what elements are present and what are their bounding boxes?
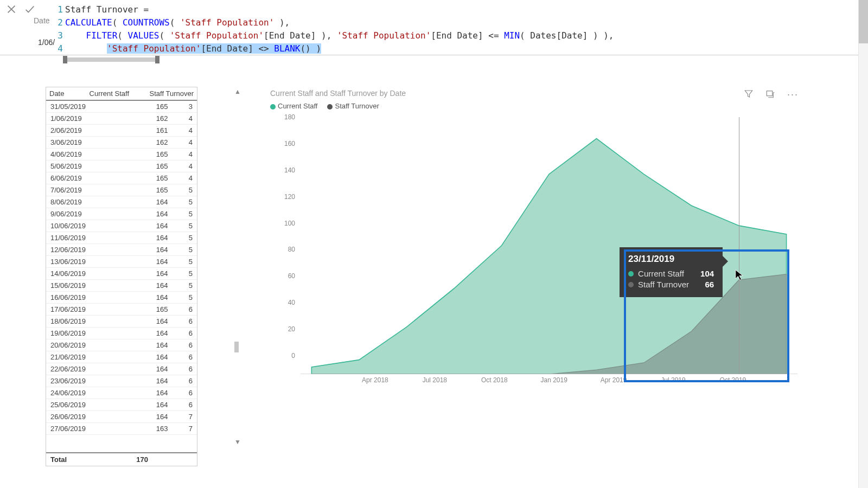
- table-row[interactable]: 20/06/20191646: [46, 339, 197, 351]
- table-row[interactable]: 31/05/20191653: [46, 101, 197, 113]
- scroll-down-icon[interactable]: ▼: [234, 438, 241, 446]
- table-row[interactable]: 11/06/20191645: [46, 232, 197, 244]
- x-tick-label: Apr 2019: [601, 376, 627, 384]
- report-canvas: DateCurrent StaffStaff Turnover 31/05/20…: [0, 87, 868, 488]
- table-visual[interactable]: DateCurrent StaffStaff Turnover 31/05/20…: [46, 87, 197, 466]
- table-row[interactable]: 14/06/20191645: [46, 268, 197, 280]
- table-row[interactable]: 9/06/20191645: [46, 208, 197, 220]
- formula-commit-icon[interactable]: [24, 3, 36, 17]
- legend-dot-icon: [327, 104, 333, 110]
- table-row[interactable]: 6/06/20191654: [46, 172, 197, 184]
- table-row[interactable]: 24/06/20191646: [46, 387, 197, 399]
- scroll-up-icon[interactable]: ▲: [234, 88, 241, 95]
- x-tick-label: Jul 2019: [661, 376, 685, 384]
- table-row[interactable]: 16/06/20191645: [46, 292, 197, 304]
- table-row[interactable]: 4/06/20191654: [46, 149, 197, 160]
- table-row[interactable]: 17/06/20191656: [46, 304, 197, 316]
- page-scrollbar[interactable]: [858, 0, 868, 488]
- x-tick-label: Oct 2019: [720, 376, 746, 384]
- total-value: 170: [99, 455, 148, 464]
- formula-cancel-icon[interactable]: [5, 3, 17, 17]
- x-tick-label: Jul 2018: [423, 376, 447, 384]
- legend-item[interactable]: Current Staff: [270, 102, 317, 110]
- formula-gutter: 1234: [54, 0, 65, 55]
- tooltip-series-value: 104: [700, 269, 714, 278]
- table-row[interactable]: 3/06/20191624: [46, 137, 197, 149]
- table-header[interactable]: Current Staff: [73, 87, 132, 100]
- y-tick-label: 140: [284, 166, 295, 174]
- y-tick-label: 120: [284, 193, 295, 201]
- tooltip-row: Current Staff104: [628, 269, 714, 278]
- chart-title: Current Staff and Staff Turnover by Date: [266, 87, 803, 100]
- zoom-thumb-left[interactable]: [63, 56, 67, 63]
- total-label: Total: [50, 455, 99, 464]
- chart-plot: 020406080100120140160180 23/11/2019Curre…: [277, 117, 797, 374]
- table-row[interactable]: 1/06/20191624: [46, 113, 197, 125]
- x-tick-label: Apr 2018: [362, 376, 388, 384]
- table-row[interactable]: 7/06/20191655: [46, 184, 197, 196]
- chart-tooltip: 23/11/2019Current Staff104Staff Turnover…: [620, 247, 723, 297]
- page-scroll-thumb[interactable]: [859, 0, 868, 43]
- chart-legend: Current StaffStaff Turnover: [266, 100, 803, 112]
- filter-icon[interactable]: [744, 89, 754, 100]
- y-tick-label: 20: [288, 325, 295, 333]
- chart-y-axis: 020406080100120140160180: [277, 117, 298, 374]
- tooltip-dot-icon: [628, 282, 634, 287]
- formula-bar: Date 1/06/ 1234 Staff Turnover =CALCULAT…: [0, 0, 868, 55]
- zoom-thumb-right[interactable]: [155, 56, 159, 63]
- table-row[interactable]: 22/06/20191646: [46, 363, 197, 375]
- table-total-row: Total 170: [46, 452, 197, 466]
- table-header[interactable]: Staff Turnover: [132, 87, 197, 100]
- formula-zoom-slider[interactable]: [65, 57, 157, 62]
- table-row[interactable]: 19/06/20191646: [46, 328, 197, 339]
- slicer-label-cut: Date: [34, 16, 50, 25]
- x-tick-label: Oct 2018: [481, 376, 508, 384]
- tooltip-series-label: Staff Turnover: [638, 280, 689, 289]
- tooltip-row: Staff Turnover66: [628, 280, 714, 289]
- chart-header-actions: ···: [744, 89, 799, 100]
- table-row[interactable]: 12/06/20191645: [46, 244, 197, 256]
- table-row[interactable]: 15/06/20191645: [46, 280, 197, 292]
- y-tick-label: 100: [284, 220, 295, 227]
- y-tick-label: 40: [288, 299, 295, 306]
- x-tick-label: Jan 2019: [540, 376, 567, 384]
- table-row[interactable]: 18/06/20191646: [46, 316, 197, 328]
- table-row[interactable]: 26/06/20191647: [46, 411, 197, 423]
- legend-dot-icon: [270, 104, 276, 110]
- chart-hover-line: [739, 117, 739, 374]
- y-tick-label: 0: [291, 352, 295, 359]
- chart-visual[interactable]: Current Staff and Staff Turnover by Date…: [266, 87, 803, 390]
- table-row[interactable]: 25/06/20191646: [46, 399, 197, 411]
- formula-editor[interactable]: Staff Turnover =CALCULATE( COUNTROWS( 'S…: [65, 0, 868, 55]
- tooltip-series-label: Current Staff: [638, 269, 684, 278]
- y-tick-label: 80: [288, 246, 295, 253]
- table-row[interactable]: 10/06/20191645: [46, 220, 197, 232]
- tooltip-dot-icon: [628, 271, 634, 277]
- table-row[interactable]: 23/06/20191646: [46, 375, 197, 387]
- focus-mode-icon[interactable]: [765, 89, 775, 100]
- table-row[interactable]: 8/06/20191645: [46, 196, 197, 208]
- table-row[interactable]: 5/06/20191654: [46, 160, 197, 172]
- chart-plot-area[interactable]: 23/11/2019Current Staff104Staff Turnover…: [301, 117, 797, 374]
- table-row[interactable]: 13/06/20191645: [46, 256, 197, 268]
- svg-rect-0: [767, 91, 773, 96]
- scroll-thumb[interactable]: [234, 342, 239, 352]
- chart-x-axis: Apr 2018Jul 2018Oct 2018Jan 2019Apr 2019…: [277, 376, 797, 387]
- tooltip-date: 23/11/2019: [628, 254, 714, 265]
- slicer-value-cut: 1/06/: [38, 38, 55, 47]
- legend-item[interactable]: Staff Turnover: [327, 102, 379, 110]
- table-scrollbar[interactable]: ▲ ▼: [200, 87, 243, 466]
- y-tick-label: 180: [284, 113, 295, 121]
- table-row[interactable]: 21/06/20191646: [46, 351, 197, 363]
- y-tick-label: 60: [288, 272, 295, 280]
- more-options-icon[interactable]: ···: [787, 89, 799, 100]
- chart-svg: [301, 117, 797, 374]
- tooltip-series-value: 66: [705, 280, 714, 289]
- y-tick-label: 160: [284, 140, 295, 147]
- table-header[interactable]: Date: [46, 87, 73, 100]
- table-row[interactable]: 2/06/20191614: [46, 125, 197, 137]
- table-row[interactable]: 27/06/20191637: [46, 423, 197, 435]
